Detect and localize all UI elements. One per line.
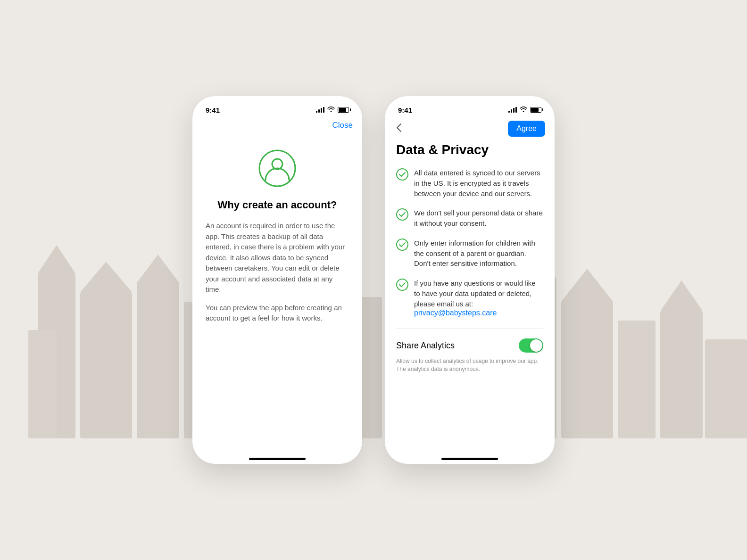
- phone-1: 9:41: [192, 96, 362, 464]
- wifi-icon-2: [520, 107, 527, 114]
- wifi-icon-1: [327, 107, 335, 114]
- svg-rect-15: [618, 321, 656, 438]
- why-body-p2: You can preview the app before creating …: [206, 303, 349, 324]
- close-button[interactable]: Close: [332, 121, 353, 130]
- why-body: An account is required in order to use t…: [192, 221, 362, 324]
- svg-point-21: [397, 169, 408, 180]
- svg-marker-6: [137, 255, 179, 283]
- home-bar-2: [441, 458, 498, 460]
- privacy-item-text-3: Only enter information for children with…: [414, 238, 543, 269]
- close-button-row: Close: [192, 117, 362, 134]
- svg-point-24: [397, 279, 408, 290]
- svg-rect-18: [705, 339, 747, 438]
- agree-button[interactable]: Agree: [508, 121, 545, 137]
- svg-point-23: [397, 239, 408, 250]
- privacy-item-text-1: All data entered is synced to our server…: [414, 168, 543, 198]
- analytics-label: Share Analytics: [396, 341, 455, 351]
- svg-rect-2: [80, 292, 132, 438]
- svg-rect-13: [561, 302, 613, 438]
- privacy-email-link[interactable]: privacy@babysteps.care: [414, 309, 497, 317]
- status-icons-1: [316, 107, 349, 114]
- home-bar-1: [249, 458, 306, 460]
- back-button[interactable]: [394, 121, 404, 137]
- phone-2: 9:41: [385, 96, 555, 464]
- account-icon-wrap: [192, 134, 362, 199]
- status-icons-2: [508, 107, 541, 114]
- svg-marker-17: [660, 280, 703, 311]
- nav-bar-2: Agree: [385, 117, 555, 140]
- svg-marker-14: [561, 269, 613, 302]
- check-icon-4: [396, 279, 408, 291]
- svg-rect-0: [38, 273, 75, 438]
- privacy-items: All data entered is synced to our server…: [396, 168, 543, 317]
- battery-icon-1: [338, 107, 349, 113]
- svg-point-22: [397, 209, 408, 220]
- account-icon: [256, 147, 299, 189]
- battery-icon-2: [530, 107, 541, 113]
- status-bar-2: 9:41: [385, 96, 555, 117]
- svg-marker-3: [80, 262, 132, 292]
- privacy-item-text-4: If you have any questions or would like …: [414, 278, 543, 317]
- home-indicator-2: [385, 452, 555, 464]
- privacy-title: Data & Privacy: [396, 142, 543, 157]
- svg-rect-16: [660, 311, 703, 438]
- why-title: Why create an account?: [192, 199, 362, 221]
- status-time-1: 9:41: [206, 106, 220, 114]
- privacy-item-3: Only enter information for children with…: [396, 238, 543, 269]
- analytics-toggle[interactable]: [519, 338, 543, 353]
- analytics-row: Share Analytics: [396, 337, 543, 357]
- signal-icon-1: [316, 107, 324, 113]
- divider: [396, 329, 543, 329]
- svg-rect-5: [137, 283, 179, 438]
- why-body-p1: An account is required in order to use t…: [206, 221, 349, 295]
- privacy-content: Data & Privacy All data entered is synce…: [385, 140, 555, 452]
- toggle-knob: [530, 339, 542, 352]
- privacy-item-text-2: We don't sell your personal data or shar…: [414, 208, 543, 229]
- home-indicator-1: [192, 452, 362, 464]
- privacy-item-4: If you have any questions or would like …: [396, 278, 543, 317]
- analytics-description: Allow us to collect analytics of usage t…: [396, 357, 543, 373]
- check-icon-2: [396, 208, 408, 221]
- status-time-2: 9:41: [398, 106, 412, 114]
- phones-container: 9:41: [192, 96, 555, 464]
- check-icon-1: [396, 168, 408, 181]
- privacy-item-2: We don't sell your personal data or shar…: [396, 208, 543, 229]
- scene: 9:41: [0, 0, 747, 560]
- svg-marker-1: [38, 245, 75, 273]
- privacy-item-1: All data entered is synced to our server…: [396, 168, 543, 198]
- svg-rect-4: [28, 330, 57, 438]
- signal-icon-2: [508, 107, 517, 113]
- status-bar-1: 9:41: [192, 96, 362, 117]
- check-icon-3: [396, 239, 408, 251]
